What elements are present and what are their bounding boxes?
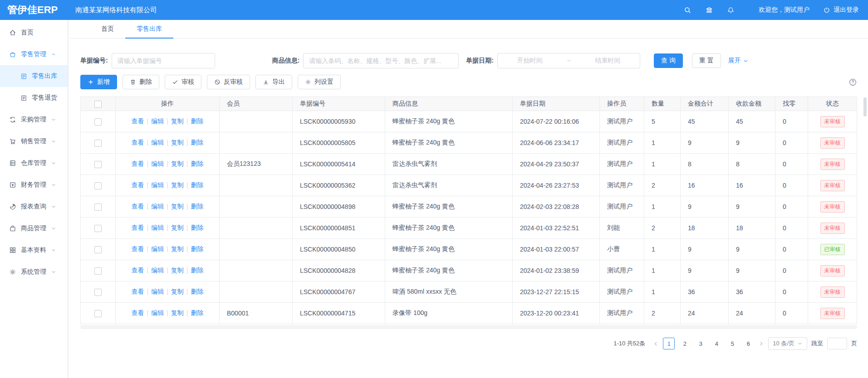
row-action-3[interactable]: 删除 xyxy=(191,117,203,125)
date-range-input[interactable]: 开始时间 ~ 结束时间 xyxy=(497,53,640,68)
row-action-3[interactable]: 删除 xyxy=(191,309,203,316)
logout-button[interactable]: 退出登录 xyxy=(823,6,859,14)
row-action-2[interactable]: 复制 xyxy=(171,139,184,146)
sidebar-item-system-management[interactable]: 系统管理 xyxy=(0,261,68,283)
row-action-1[interactable]: 编辑 xyxy=(151,181,164,189)
row-action-1[interactable]: 编辑 xyxy=(151,117,164,125)
sidebar-item-report-query[interactable]: 报表查询 xyxy=(0,196,68,218)
row-action-0[interactable]: 查看 xyxy=(132,267,144,274)
prev-page-button[interactable] xyxy=(653,341,659,347)
page-number-2[interactable]: 2 xyxy=(679,338,691,349)
row-action-3[interactable]: 删除 xyxy=(191,203,203,210)
row-action-3[interactable]: 删除 xyxy=(191,224,203,231)
sidebar-item-home[interactable]: 首页 xyxy=(0,22,68,44)
sidebar-item-product-management[interactable]: 商品管理 xyxy=(0,218,68,239)
row-action-2[interactable]: 复制 xyxy=(171,224,184,231)
notification-bell-icon[interactable] xyxy=(727,6,735,14)
search-button[interactable]: 查 询 xyxy=(654,53,683,68)
row-action-1[interactable]: 编辑 xyxy=(151,203,164,210)
row-action-2[interactable]: 复制 xyxy=(171,245,184,252)
row-checkbox[interactable] xyxy=(94,310,102,317)
sidebar-item-retail-return[interactable]: 零售退货 xyxy=(0,87,68,109)
column-header: 商品信息 xyxy=(385,97,513,111)
row-action-3[interactable]: 删除 xyxy=(191,288,203,295)
row-action-2[interactable]: 复制 xyxy=(171,267,184,274)
row-action-0[interactable]: 查看 xyxy=(132,117,144,125)
row-action-1[interactable]: 编辑 xyxy=(151,160,164,167)
search-icon[interactable] xyxy=(684,6,691,14)
row-checkbox[interactable] xyxy=(94,225,102,232)
sidebar-item-finance-management[interactable]: 财务管理 xyxy=(0,174,68,196)
row-action-1[interactable]: 编辑 xyxy=(151,267,164,274)
page-number-1[interactable]: 1 xyxy=(663,338,675,349)
sidebar-item-retail-outbound[interactable]: 零售出库 xyxy=(0,65,68,87)
row-action-2[interactable]: 复制 xyxy=(171,181,184,189)
operator-cell: 测试用户 xyxy=(600,132,644,154)
table-horizontal-scrollbar[interactable] xyxy=(80,325,857,329)
row-checkbox[interactable] xyxy=(94,161,102,168)
sidebar-item-basic-data[interactable]: 基本资料 xyxy=(0,239,68,261)
row-action-0[interactable]: 查看 xyxy=(132,245,144,252)
select-all-checkbox[interactable] xyxy=(94,101,102,108)
export-button[interactable]: 导出 xyxy=(255,75,292,89)
row-action-2[interactable]: 复制 xyxy=(171,117,184,125)
row-checkbox[interactable] xyxy=(94,182,102,189)
vertical-scrollbar-thumb[interactable] xyxy=(863,97,867,116)
unaudit-button[interactable]: 反审核 xyxy=(207,75,250,89)
expand-link[interactable]: 展开 xyxy=(728,57,749,65)
tab-retail-outbound[interactable]: 零售出库 xyxy=(125,20,173,38)
delete-button[interactable]: 删除 xyxy=(123,75,159,89)
product-info-input[interactable] xyxy=(303,53,459,68)
row-checkbox[interactable] xyxy=(94,140,102,147)
tab-home[interactable]: 首页 xyxy=(90,20,125,38)
row-action-1[interactable]: 编辑 xyxy=(151,224,164,231)
sidebar-item-sales-management[interactable]: 销售管理 xyxy=(0,131,68,152)
row-checkbox[interactable] xyxy=(94,289,102,296)
bill-no-input[interactable] xyxy=(112,53,215,68)
sidebar-item-warehouse-management[interactable]: 仓库管理 xyxy=(0,152,68,174)
row-action-0[interactable]: 查看 xyxy=(132,139,144,146)
row-checkbox[interactable] xyxy=(94,267,102,275)
table-row: 查看|编辑|复制|删除LSCK00000005930蜂蜜柚子茶 240g 黄色2… xyxy=(81,111,857,132)
sidebar-item-purchase-management[interactable]: 采购管理 xyxy=(0,109,68,131)
row-action-2[interactable]: 复制 xyxy=(171,160,184,167)
jump-page-suffix: 页 xyxy=(851,339,857,348)
welcome-user[interactable]: 欢迎您，测试用户 xyxy=(748,6,809,14)
row-action-3[interactable]: 删除 xyxy=(191,160,203,167)
row-action-0[interactable]: 查看 xyxy=(132,160,144,167)
row-action-1[interactable]: 编辑 xyxy=(151,245,164,252)
row-action-2[interactable]: 复制 xyxy=(171,309,184,316)
row-action-3[interactable]: 删除 xyxy=(191,245,203,252)
add-button[interactable]: 新增 xyxy=(80,75,117,89)
page-size-select[interactable]: 10 条/页 xyxy=(768,337,807,350)
row-action-1[interactable]: 编辑 xyxy=(151,309,164,316)
reset-button[interactable]: 重 置 xyxy=(692,53,721,68)
page-number-5[interactable]: 5 xyxy=(726,338,738,349)
row-action-2[interactable]: 复制 xyxy=(171,288,184,295)
row-checkbox[interactable] xyxy=(94,246,102,253)
row-action-3[interactable]: 删除 xyxy=(191,181,203,189)
row-action-0[interactable]: 查看 xyxy=(132,309,144,316)
page-number-6[interactable]: 6 xyxy=(742,338,754,349)
row-checkbox[interactable] xyxy=(94,204,102,211)
row-checkbox[interactable] xyxy=(94,118,102,126)
row-action-0[interactable]: 查看 xyxy=(132,288,144,295)
row-action-2[interactable]: 复制 xyxy=(171,203,184,210)
row-action-1[interactable]: 编辑 xyxy=(151,288,164,295)
jump-to-input[interactable] xyxy=(827,338,847,349)
row-action-3[interactable]: 删除 xyxy=(191,267,203,274)
row-action-3[interactable]: 删除 xyxy=(191,139,203,146)
column-settings-button[interactable]: 列设置 xyxy=(298,75,341,89)
row-action-0[interactable]: 查看 xyxy=(132,181,144,189)
row-action-0[interactable]: 查看 xyxy=(132,203,144,210)
sidebar-item-retail-management[interactable]: 零售管理 xyxy=(0,44,68,65)
audit-button[interactable]: 审核 xyxy=(165,75,201,89)
bank-icon[interactable] xyxy=(705,6,713,14)
row-action-0[interactable]: 查看 xyxy=(132,224,144,231)
row-action-1[interactable]: 编辑 xyxy=(151,139,164,146)
help-button[interactable] xyxy=(848,78,857,87)
received-cell: 8 xyxy=(729,154,775,175)
page-number-3[interactable]: 3 xyxy=(695,338,706,349)
page-number-4[interactable]: 4 xyxy=(711,338,722,349)
next-page-button[interactable] xyxy=(758,341,764,347)
